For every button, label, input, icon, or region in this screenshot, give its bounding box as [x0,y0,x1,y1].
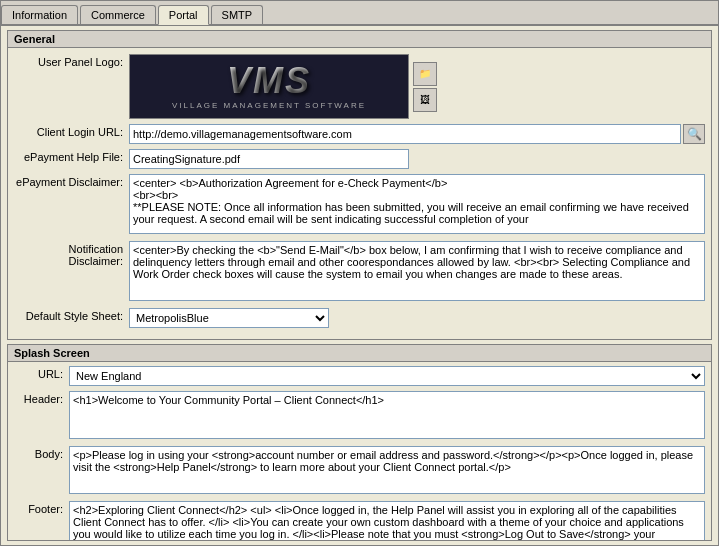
default-style-sheet-row: Default Style Sheet: MetropolisBlue Defa… [14,308,705,328]
logo-folder-button[interactable]: 📁 [413,62,437,86]
splash-header-textarea[interactable] [69,391,705,439]
logo-subtitle-text: VILLAGE MANAGEMENT SOFTWARE [172,101,366,110]
splash-footer-control [69,501,705,540]
splash-body-textarea[interactable] [69,446,705,494]
client-login-url-label: Client Login URL: [14,124,129,138]
default-style-sheet-control: MetropolisBlue Default Classic [129,308,705,328]
splash-body-control [69,446,705,496]
general-section-body: User Panel Logo: VMS VILLAGE MANAGEMENT … [8,48,711,339]
epayment-help-file-input[interactable] [129,149,409,169]
splash-section: Splash Screen URL: New England Other Hea… [7,344,712,541]
client-login-url-control: 🔍 [129,124,705,144]
logo-vms-text: VMS [227,63,311,99]
epayment-disclaimer-control [129,174,705,236]
splash-footer-textarea[interactable] [69,501,705,540]
notification-disclaimer-label: Notification Disclaimer: [14,241,129,267]
tab-commerce[interactable]: Commerce [80,5,156,24]
splash-header-row: Header: [14,391,705,441]
splash-url-label: URL: [14,366,69,380]
tab-information[interactable]: Information [1,5,78,24]
logo-image: VMS VILLAGE MANAGEMENT SOFTWARE [129,54,409,119]
epayment-help-file-control [129,149,705,169]
tab-portal[interactable]: Portal [158,5,209,25]
folder-icon: 📁 [419,68,431,79]
splash-section-body: URL: New England Other Header: [8,362,711,540]
splash-url-select[interactable]: New England Other [69,366,705,386]
tab-bar: Information Commerce Portal SMTP [1,1,718,26]
content-area: General User Panel Logo: VMS VILLAGE MAN… [1,26,718,545]
url-search-button[interactable]: 🔍 [683,124,705,144]
default-style-sheet-select[interactable]: MetropolisBlue Default Classic [129,308,329,328]
logo-image-button[interactable]: 🖼 [413,88,437,112]
main-window: Information Commerce Portal SMTP General… [0,0,719,546]
epayment-help-file-label: ePayment Help File: [14,149,129,163]
general-section-title: General [8,31,711,48]
epayment-disclaimer-row: ePayment Disclaimer: [14,174,705,236]
notification-disclaimer-row: Notification Disclaimer: [14,241,705,303]
general-section: General User Panel Logo: VMS VILLAGE MAN… [7,30,712,340]
epayment-disclaimer-label: ePayment Disclaimer: [14,174,129,188]
splash-section-title: Splash Screen [8,345,711,362]
splash-body-label: Body: [14,446,69,460]
logo-buttons: 📁 🖼 [413,62,437,112]
notification-disclaimer-control [129,241,705,303]
splash-footer-row: Footer: [14,501,705,540]
logo-area: VMS VILLAGE MANAGEMENT SOFTWARE 📁 🖼 [129,54,705,119]
client-login-url-row: Client Login URL: 🔍 [14,124,705,144]
splash-footer-label: Footer: [14,501,69,515]
user-panel-logo-label: User Panel Logo: [14,54,129,68]
epayment-help-file-row: ePayment Help File: [14,149,705,169]
splash-url-control: New England Other [69,366,705,386]
splash-body-row: Body: [14,446,705,496]
splash-header-control [69,391,705,441]
splash-url-row: URL: New England Other [14,366,705,386]
epayment-disclaimer-textarea[interactable] [129,174,705,234]
splash-header-label: Header: [14,391,69,405]
user-panel-logo-control: VMS VILLAGE MANAGEMENT SOFTWARE 📁 🖼 [129,54,705,119]
image-icon: 🖼 [420,94,430,105]
user-panel-logo-row: User Panel Logo: VMS VILLAGE MANAGEMENT … [14,54,705,119]
default-style-sheet-label: Default Style Sheet: [14,308,129,322]
client-login-url-input[interactable] [129,124,681,144]
tab-smtp[interactable]: SMTP [211,5,264,24]
magnify-icon: 🔍 [687,127,702,141]
notification-disclaimer-textarea[interactable] [129,241,705,301]
